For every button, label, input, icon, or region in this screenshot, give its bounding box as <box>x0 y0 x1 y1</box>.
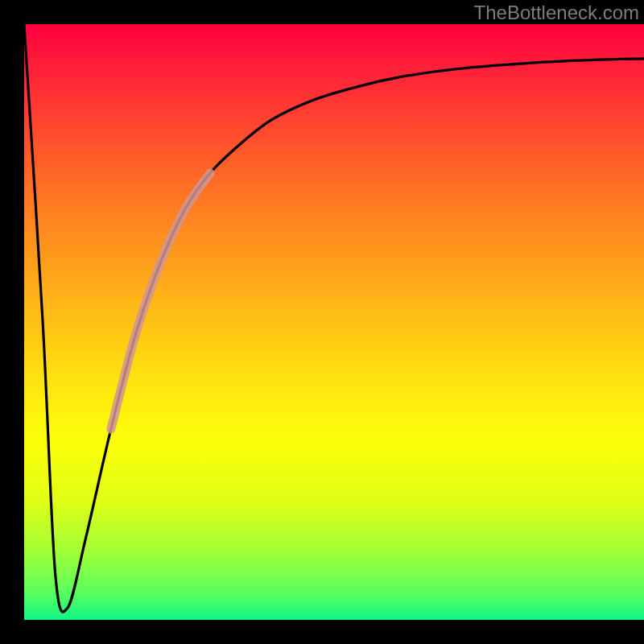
bottleneck-curve-svg <box>24 24 644 620</box>
chart-frame: TheBottleneck.com <box>0 0 644 644</box>
watermark-text: TheBottleneck.com <box>474 2 639 24</box>
bottleneck-curve-highlight <box>111 173 210 429</box>
bottleneck-curve-path <box>24 24 644 612</box>
